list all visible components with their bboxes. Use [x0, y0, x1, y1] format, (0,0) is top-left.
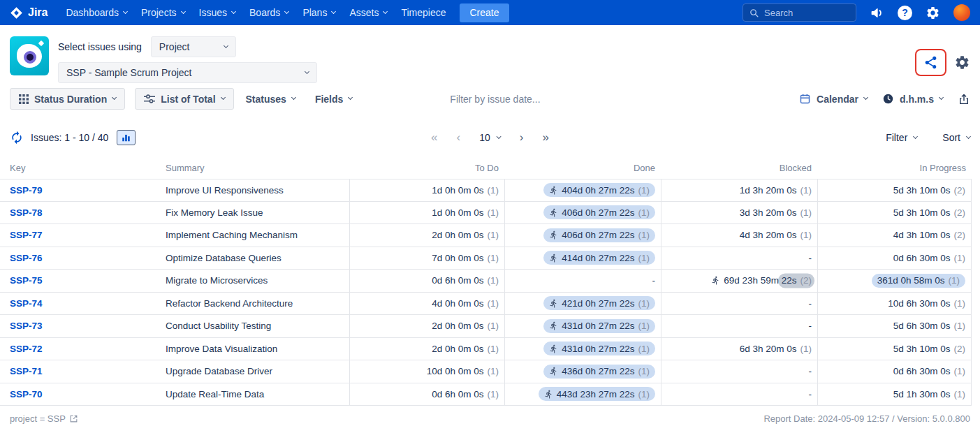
- duration-cell: 436d 0h 27m 22s(1): [504, 360, 661, 383]
- issue-key-link[interactable]: SSP-71: [10, 366, 43, 376]
- duration-count: (1): [488, 185, 499, 196]
- duration-cell: 5d 3h 10m 0s(2): [817, 179, 971, 201]
- issue-key-link[interactable]: SSP-77: [10, 230, 43, 240]
- share-icon[interactable]: [923, 55, 938, 70]
- next-page-button[interactable]: ›: [520, 131, 524, 145]
- issue-key-link[interactable]: SSP-76: [10, 253, 43, 263]
- duration-time: 4d 3h 10m 0s: [893, 230, 951, 240]
- duration-time: 4d 0h 0m 0s: [432, 298, 483, 309]
- duration-cell: 361d 0h 58m 0s(1): [817, 270, 971, 292]
- duration-value: 69d 23h 59m 22s(2): [711, 275, 812, 286]
- help-icon[interactable]: ?: [898, 6, 912, 20]
- gear-icon[interactable]: [926, 6, 940, 20]
- global-search[interactable]: [743, 3, 856, 22]
- duration-cell: 3d 3h 20m 0s(1): [661, 202, 817, 224]
- filter-menu[interactable]: Filter: [886, 132, 917, 143]
- user-avatar[interactable]: [953, 4, 970, 21]
- report-type-select[interactable]: Status Duration: [10, 88, 125, 110]
- sort-menu[interactable]: Sort: [942, 132, 970, 143]
- duration-time: -: [809, 321, 812, 331]
- prev-page-button[interactable]: ‹: [457, 131, 461, 145]
- duration-count: (2): [954, 230, 966, 240]
- first-page-button[interactable]: «: [431, 131, 437, 145]
- duration-time: 6d 3h 20m 0s: [740, 344, 797, 354]
- col-inprogress: In Progress: [817, 163, 972, 173]
- issue-key-link[interactable]: SSP-73: [10, 321, 43, 331]
- duration-count: (1): [800, 344, 812, 354]
- create-button[interactable]: Create: [460, 3, 509, 22]
- nav-dashboards[interactable]: Dashboards: [59, 0, 134, 25]
- duration-cell: 5d 3h 10m 0s(2): [817, 202, 971, 224]
- duration-time: 1d 0h 0m 0s: [432, 185, 483, 196]
- duration-time: 5d 3h 10m 0s: [893, 207, 951, 218]
- col-key: Key: [0, 163, 156, 173]
- chevron-down-icon: [284, 8, 289, 13]
- chevron-down-icon: [231, 8, 236, 13]
- issue-summary-cell: Fix Memory Leak Issue: [156, 202, 349, 224]
- nav-issues[interactable]: Issues: [192, 0, 242, 25]
- external-link-icon: [69, 414, 78, 423]
- duration-count: (1): [954, 366, 966, 376]
- export-icon[interactable]: [958, 93, 970, 105]
- statuses-select[interactable]: Statuses: [246, 94, 295, 105]
- issue-key-link[interactable]: SSP-75: [10, 275, 43, 286]
- calendar-select[interactable]: Calendar: [799, 93, 868, 105]
- duration-cell: 2d 0h 0m 0s(1): [349, 224, 504, 247]
- duration-count: (1): [638, 207, 650, 218]
- settings-gear-icon[interactable]: [954, 54, 970, 71]
- fields-select[interactable]: Fields: [315, 94, 352, 105]
- project-select[interactable]: SSP - Sample Scrum Project: [58, 62, 317, 83]
- chevron-down-icon: [913, 133, 918, 138]
- duration-value: 1d 0h 0m 0s(1): [432, 207, 499, 218]
- issue-key-link[interactable]: SSP-72: [10, 344, 43, 354]
- time-format-select[interactable]: d.h.m.s: [882, 93, 943, 105]
- runner-icon: [549, 344, 558, 353]
- duration-cell: 10d 0h 0m 0s(1): [349, 360, 504, 383]
- duration-cell: 5d 3h 10m 0s(2): [817, 338, 971, 360]
- nav-boards[interactable]: Boards: [242, 0, 295, 25]
- issue-key-link[interactable]: SSP-70: [10, 389, 43, 399]
- chart-view-button[interactable]: [117, 130, 136, 145]
- issue-summary-cell: Improve Data Visualization: [156, 338, 349, 360]
- duration-value: 431d 0h 27m 22s(1): [543, 342, 655, 355]
- search-input[interactable]: [764, 8, 847, 18]
- report-footer: project = SSP Report Date: 2024-05-09 12…: [0, 406, 980, 432]
- duration-count: (1): [638, 298, 650, 309]
- issue-key-link[interactable]: SSP-74: [10, 298, 43, 309]
- duration-value: 404d 0h 27m 22s(1): [543, 183, 655, 197]
- chevron-down-icon: [181, 8, 186, 13]
- col-blocked: Blocked: [661, 163, 817, 173]
- filter-menu-label: Filter: [886, 132, 907, 143]
- duration-time: 5d 6h 30m 0s: [893, 321, 951, 331]
- duration-value: 2d 0h 0m 0s(1): [432, 230, 499, 240]
- nav-timepiece[interactable]: Timepiece: [394, 0, 453, 25]
- sort-menu-label: Sort: [942, 132, 960, 143]
- duration-time: 436d 0h 27m 22s: [562, 366, 634, 376]
- duration-count: (2): [954, 207, 966, 218]
- last-page-button[interactable]: »: [542, 131, 548, 145]
- jql-link[interactable]: project = SSP: [10, 413, 78, 424]
- runner-icon: [549, 321, 558, 330]
- issue-key-link[interactable]: SSP-78: [10, 207, 43, 218]
- issue-source-value: Project: [159, 41, 190, 52]
- nav-assets[interactable]: Assets: [342, 0, 394, 25]
- list-type-select[interactable]: List of Total: [135, 88, 233, 110]
- nav-plans[interactable]: Plans: [295, 0, 342, 25]
- nav-projects[interactable]: Projects: [134, 0, 192, 25]
- page-size-select[interactable]: 10: [479, 132, 501, 143]
- chevron-down-icon: [291, 95, 296, 100]
- duration-count: (1): [954, 389, 966, 399]
- megaphone-icon[interactable]: [870, 6, 884, 20]
- chevron-down-icon: [220, 95, 225, 100]
- top-navbar: Jira Dashboards Projects Issues Boards P…: [0, 0, 980, 25]
- chevron-down-icon: [966, 133, 971, 138]
- issue-key-link[interactable]: SSP-79: [10, 185, 43, 196]
- duration-cell: 1d 3h 20m 0s(1): [661, 179, 817, 201]
- duration-time: 5d 3h 10m 0s: [893, 344, 951, 354]
- issue-source-select[interactable]: Project: [151, 36, 236, 57]
- duration-count: (1): [638, 321, 650, 331]
- refresh-icon[interactable]: [10, 131, 24, 145]
- jira-logo[interactable]: Jira: [10, 6, 47, 20]
- duration-time: 5d 3h 10m 0s: [893, 185, 951, 196]
- issue-date-filter[interactable]: Filter by issue date...: [450, 94, 540, 105]
